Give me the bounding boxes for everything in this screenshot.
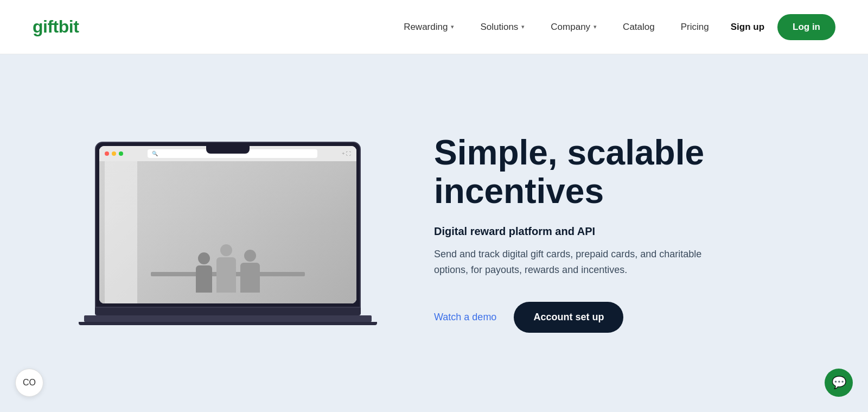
chevron-down-icon: ▾	[451, 23, 454, 30]
laptop: 🔍 + ⛶	[95, 142, 361, 325]
login-button[interactable]: Log in	[777, 14, 835, 40]
hero-section: 🔍 + ⛶	[0, 54, 868, 412]
signup-link[interactable]: Sign up	[731, 22, 764, 33]
laptop-feet	[79, 322, 377, 325]
main-nav: Rewarding ▾ Solutions ▾ Company ▾ Catalo…	[404, 22, 709, 33]
laptop-screen-inner: 🔍 + ⛶	[99, 146, 356, 303]
close-dot	[105, 151, 109, 156]
bottom-left-widget[interactable]: CO	[15, 369, 43, 397]
widget-label: CO	[23, 378, 36, 388]
people-silhouettes	[196, 244, 260, 293]
nav-label-company: Company	[551, 22, 590, 33]
nav-label-catalog: Catalog	[623, 22, 655, 33]
browser-controls: + ⛶	[342, 151, 351, 156]
nav-label-solutions: Solutions	[480, 22, 518, 33]
logo[interactable]: giftbit	[33, 17, 79, 37]
chat-icon: 💬	[832, 376, 846, 390]
body	[216, 257, 236, 293]
body	[196, 265, 212, 293]
nav-label-rewarding: Rewarding	[404, 22, 448, 33]
laptop-screen: 🔍 + ⛶	[95, 142, 361, 308]
minimize-dot	[112, 151, 116, 156]
hero-subtitle: Digital reward platform and API	[434, 225, 825, 238]
chevron-down-icon: ▾	[593, 23, 597, 30]
hero-actions: Watch a demo Account set up	[434, 302, 825, 333]
chevron-down-icon: ▾	[521, 23, 525, 30]
header: giftbit Rewarding ▾ Solutions ▾ Company …	[0, 0, 868, 54]
laptop-bottom	[84, 315, 372, 322]
head	[198, 252, 210, 264]
body	[240, 263, 260, 293]
maximize-dot	[119, 151, 123, 156]
hero-description: Send and track digital gift cards, prepa…	[434, 246, 705, 278]
laptop-base	[95, 308, 361, 315]
hero-text-block: Simple, scalable incentives Digital rewa…	[423, 134, 825, 332]
screen-content	[99, 161, 356, 303]
nav-item-solutions[interactable]: Solutions ▾	[480, 22, 525, 33]
nav-label-pricing: Pricing	[681, 22, 709, 33]
watch-demo-link[interactable]: Watch a demo	[434, 312, 496, 323]
nav-item-rewarding[interactable]: Rewarding ▾	[404, 22, 454, 33]
laptop-illustration: 🔍 + ⛶	[76, 142, 380, 325]
person-1	[196, 252, 212, 293]
url-text: 🔍	[152, 151, 158, 156]
camera-notch	[206, 146, 250, 154]
nav-actions: Sign up Log in	[731, 14, 835, 40]
person-2	[216, 244, 236, 293]
chat-widget-button[interactable]: 💬	[825, 369, 853, 397]
hero-headline: Simple, scalable incentives	[434, 134, 825, 210]
nav-item-company[interactable]: Company ▾	[551, 22, 597, 33]
head	[220, 244, 232, 256]
nav-item-pricing[interactable]: Pricing	[681, 22, 709, 33]
nav-item-catalog[interactable]: Catalog	[623, 22, 655, 33]
person-3	[240, 250, 260, 293]
window-element	[105, 161, 137, 303]
head	[244, 250, 256, 262]
account-setup-button[interactable]: Account set up	[514, 302, 623, 333]
